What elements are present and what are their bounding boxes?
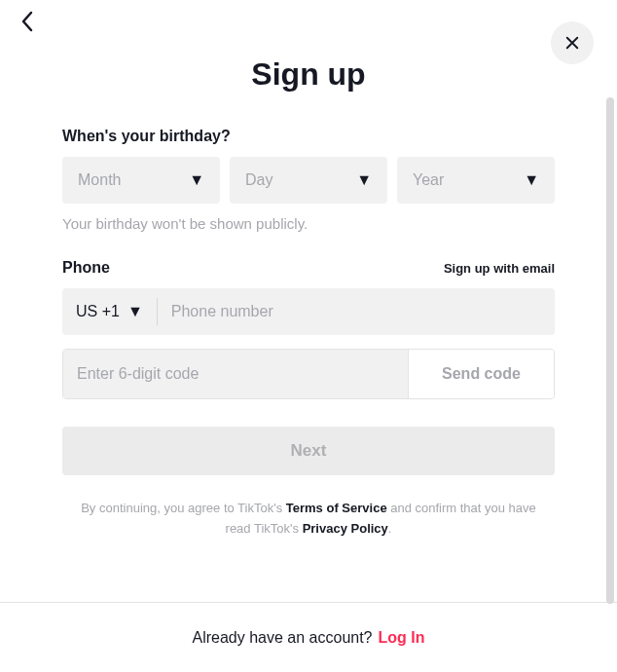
next-button[interactable]: Next [62, 427, 555, 475]
chevron-left-icon [19, 10, 35, 33]
signup-with-email-link[interactable]: Sign up with email [444, 261, 555, 276]
country-code-value: US +1 [76, 303, 120, 320]
legal-suffix: . [388, 521, 392, 536]
month-select[interactable]: Month ▼ [62, 157, 220, 204]
legal-prefix: By continuing, you agree to TikTok's [81, 501, 286, 515]
page-title: Sign up [0, 56, 617, 93]
back-button[interactable] [19, 10, 35, 39]
legal-text: By continuing, you agree to TikTok's Ter… [62, 499, 555, 540]
privacy-policy-link[interactable]: Privacy Policy [303, 521, 388, 536]
phone-number-input[interactable]: Phone number [158, 303, 555, 320]
terms-of-service-link[interactable]: Terms of Service [286, 501, 387, 515]
caret-down-icon: ▼ [356, 171, 372, 189]
year-select[interactable]: Year ▼ [397, 157, 555, 204]
scrollbar[interactable] [606, 97, 614, 604]
birthday-label: When's your birthday? [62, 128, 555, 145]
close-icon [563, 34, 581, 52]
caret-down-icon: ▼ [189, 171, 204, 189]
phone-input-row: US +1 ▼ Phone number [62, 288, 555, 335]
verification-code-input[interactable]: Enter 6-digit code [63, 350, 408, 398]
birthday-hint: Your birthday won't be shown publicly. [62, 215, 555, 232]
day-placeholder: Day [245, 171, 272, 189]
footer: Already have an account? Log In [0, 602, 617, 672]
year-placeholder: Year [413, 171, 444, 189]
country-code-select[interactable]: US +1 ▼ [62, 303, 157, 320]
send-code-button[interactable]: Send code [408, 350, 554, 398]
footer-text: Already have an account? [193, 629, 373, 647]
caret-down-icon: ▼ [127, 303, 143, 320]
close-button[interactable] [551, 21, 594, 64]
day-select[interactable]: Day ▼ [230, 157, 387, 204]
caret-down-icon: ▼ [524, 171, 539, 189]
phone-label: Phone [62, 259, 110, 277]
month-placeholder: Month [78, 171, 121, 189]
login-link[interactable]: Log In [379, 629, 425, 647]
